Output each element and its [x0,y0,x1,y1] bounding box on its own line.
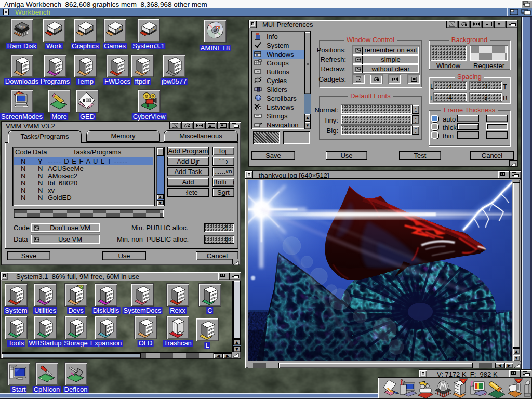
svg-text:?: ? [462,379,464,383]
